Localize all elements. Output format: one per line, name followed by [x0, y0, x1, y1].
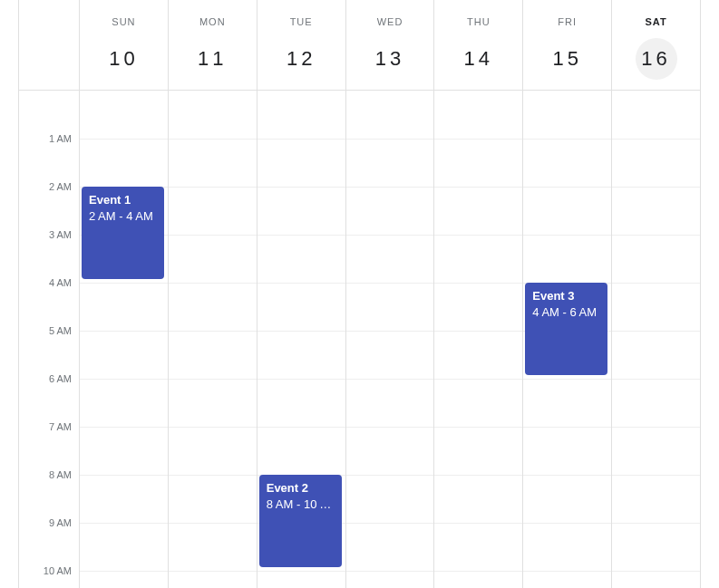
event-title: Event 2: [267, 480, 335, 496]
day-column[interactable]: [611, 91, 700, 588]
hour-gridline: [346, 283, 434, 284]
day-date[interactable]: 10: [102, 38, 144, 80]
day-name: WED: [377, 16, 403, 27]
day-date[interactable]: 13: [369, 38, 411, 80]
hour-gridline: [434, 571, 522, 572]
event-time: 2 AM - 4 AM: [89, 208, 157, 225]
hour-gridline: [257, 427, 345, 428]
day-column[interactable]: Event 28 AM - 10 AM: [257, 91, 345, 588]
time-label: 1 AM: [49, 133, 72, 144]
hour-gridline: [523, 571, 611, 572]
day-name: MON: [199, 16, 226, 27]
hour-gridline: [346, 571, 434, 572]
hour-gridline: [80, 571, 168, 572]
day-date[interactable]: 15: [547, 38, 588, 80]
calendar-event[interactable]: Event 28 AM - 10 AM: [259, 475, 342, 567]
hour-gridline: [434, 283, 522, 284]
hour-gridline: [346, 379, 434, 380]
hour-gridline: [612, 379, 700, 380]
hour-gridline: [612, 523, 700, 524]
hour-gridline: [257, 283, 345, 284]
hour-gridline: [434, 331, 522, 332]
event-title: Event 3: [532, 288, 600, 304]
hour-gridline: [434, 427, 522, 428]
day-name: THU: [467, 16, 491, 27]
day-column[interactable]: [168, 91, 257, 588]
day-date[interactable]: 16: [636, 38, 677, 80]
calendar-event[interactable]: Event 34 AM - 6 AM: [525, 283, 607, 375]
hour-gridline: [523, 427, 611, 428]
time-label: 3 AM: [49, 229, 72, 240]
hour-gridline: [257, 331, 345, 332]
day-name: SAT: [645, 16, 666, 27]
time-label: 7 AM: [49, 421, 72, 432]
day-name: FRI: [558, 16, 577, 27]
hour-gridline: [169, 139, 257, 140]
time-gutter: 1 AM2 AM3 AM4 AM5 AM6 AM7 AM8 AM9 AM10 A…: [19, 91, 79, 588]
hour-gridline: [612, 235, 700, 236]
hour-gridline: [612, 427, 700, 428]
day-column[interactable]: Event 12 AM - 4 AM: [79, 91, 168, 588]
hour-gridline: [523, 523, 611, 524]
time-label: 9 AM: [49, 517, 72, 528]
hour-gridline: [80, 331, 168, 332]
hour-gridline: [346, 331, 434, 332]
hour-gridline: [80, 139, 168, 140]
hour-gridline: [434, 187, 522, 188]
hour-gridline: [523, 235, 611, 236]
day-date[interactable]: 14: [458, 38, 500, 80]
day-date[interactable]: 12: [280, 38, 322, 80]
hour-gridline: [169, 523, 257, 524]
hour-gridline: [434, 523, 522, 524]
hour-gridline: [434, 235, 522, 236]
hour-gridline: [346, 523, 434, 524]
hour-gridline: [80, 283, 168, 284]
calendar-header: SUN10MON11TUE12WED13THU14FRI15SAT16: [19, 0, 700, 91]
event-time: 8 AM - 10 AM: [267, 496, 335, 513]
hour-gridline: [169, 379, 257, 380]
day-column[interactable]: [433, 91, 522, 588]
hour-gridline: [169, 427, 257, 428]
calendar-event[interactable]: Event 12 AM - 4 AM: [82, 187, 164, 279]
hour-gridline: [169, 331, 257, 332]
day-header[interactable]: FRI15: [522, 0, 611, 90]
hour-gridline: [346, 475, 434, 476]
hour-gridline: [257, 139, 345, 140]
calendar-scroll[interactable]: 1 AM2 AM3 AM4 AM5 AM6 AM7 AM8 AM9 AM10 A…: [19, 91, 700, 588]
hour-gridline: [80, 427, 168, 428]
time-label: 6 AM: [49, 373, 72, 384]
hour-gridline: [523, 139, 611, 140]
hour-gridline: [169, 283, 257, 284]
hour-gridline: [612, 475, 700, 476]
day-header[interactable]: SAT16: [611, 0, 700, 90]
calendar-body: 1 AM2 AM3 AM4 AM5 AM6 AM7 AM8 AM9 AM10 A…: [19, 91, 700, 588]
hour-gridline: [612, 283, 700, 284]
hour-gridline: [346, 427, 434, 428]
hour-gridline: [169, 475, 257, 476]
hour-gridline: [346, 139, 434, 140]
time-gutter-header: [19, 0, 79, 90]
event-time: 4 AM - 6 AM: [532, 304, 600, 321]
day-column[interactable]: Event 34 AM - 6 AM: [522, 91, 611, 588]
day-header[interactable]: MON11: [168, 0, 257, 90]
day-header[interactable]: SUN10: [79, 0, 168, 90]
hour-gridline: [257, 235, 345, 236]
day-date[interactable]: 11: [191, 38, 233, 80]
time-label: 10 AM: [44, 565, 72, 576]
hour-gridline: [257, 571, 345, 572]
hour-gridline: [346, 187, 434, 188]
calendar-grid[interactable]: Event 12 AM - 4 AMEvent 28 AM - 10 AMEve…: [79, 91, 700, 588]
hour-gridline: [169, 187, 257, 188]
day-header[interactable]: WED13: [345, 0, 434, 90]
week-calendar: SUN10MON11TUE12WED13THU14FRI15SAT16 1 AM…: [18, 0, 701, 588]
hour-gridline: [523, 379, 611, 380]
hour-gridline: [523, 187, 611, 188]
day-column[interactable]: [345, 91, 434, 588]
day-header[interactable]: THU14: [433, 0, 522, 90]
day-name: TUE: [290, 16, 313, 27]
event-title: Event 1: [89, 192, 157, 208]
day-name: SUN: [112, 16, 135, 27]
hour-gridline: [257, 379, 345, 380]
day-header[interactable]: TUE12: [257, 0, 345, 90]
hour-gridline: [612, 187, 700, 188]
